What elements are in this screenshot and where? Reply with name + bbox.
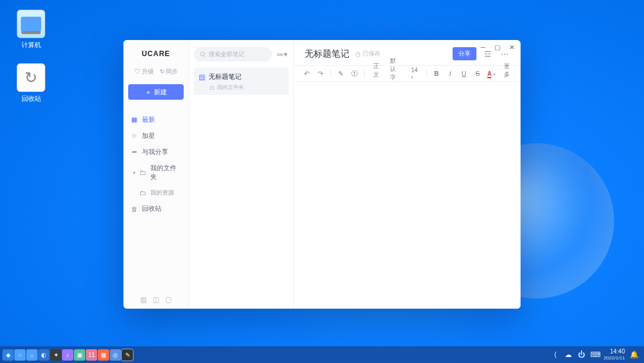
taskbar-clock[interactable]: 14:40 2022/1/11 xyxy=(603,348,625,361)
svg-point-0 xyxy=(200,52,204,56)
sync-link[interactable]: ↻ 同步 xyxy=(160,67,178,76)
chevron-down-icon: ▾ xyxy=(131,170,137,176)
folder-icon: 🗀 xyxy=(139,169,145,176)
underline-button[interactable]: U xyxy=(460,70,468,77)
desktop-icon-computer[interactable]: 计算机 xyxy=(12,10,50,50)
share-icon: ➦ xyxy=(131,148,138,156)
sidebar-item-label: 最新 xyxy=(142,115,155,124)
computer-icon xyxy=(17,10,45,38)
sidebar-item-label: 与我分享 xyxy=(142,147,168,156)
taskbar-app-notes-active[interactable]: ✎ xyxy=(122,349,133,361)
grid-icon: ▦ xyxy=(131,116,138,124)
taskbar-app-3[interactable]: ◐ xyxy=(38,349,49,361)
tray-keyboard-icon[interactable]: ⌨ xyxy=(590,350,599,359)
recycle-icon xyxy=(17,63,45,92)
tray-cloud-icon[interactable]: ☁ xyxy=(564,350,572,359)
folder-icon: 🗀 xyxy=(209,85,215,91)
note-list-item[interactable]: ▤ 无标题笔记 🗀 我的文件夹 xyxy=(194,67,289,95)
search-placeholder: 搜索全部笔记 xyxy=(209,50,244,59)
save-status: ◷ 已保存 xyxy=(355,50,380,58)
note-folder-label: 我的文件夹 xyxy=(217,84,244,91)
upgrade-link[interactable]: ♡ 升级 xyxy=(134,67,154,76)
layout-toggle-1[interactable]: ▥ xyxy=(140,296,147,304)
window-minimize-button[interactable]: ─ xyxy=(479,44,487,52)
search-icon xyxy=(200,51,206,58)
editor-toolbar: ↶ ↷ ✎ ⓣ 正文 默认字体 14 B I U S A ▾ 更多 xyxy=(294,65,521,82)
note-title: 无标题笔记 xyxy=(209,72,242,81)
sidebar-item-starred[interactable]: ☆ 加星 xyxy=(128,128,184,144)
document-icon: ▤ xyxy=(199,73,205,81)
tray-notifications-icon[interactable]: 🔔 xyxy=(630,350,638,359)
page-title[interactable]: 无标题笔记 xyxy=(305,48,349,60)
clear-format-icon[interactable]: ⓣ xyxy=(350,69,358,78)
undo-icon[interactable]: ↶ xyxy=(302,70,311,78)
folder-icon: 🗀 xyxy=(139,189,146,196)
taskbar-app-8[interactable]: ▦ xyxy=(98,349,109,361)
editor-pane: 无标题笔记 ◷ 已保存 分享 ☲ ⋯ ↶ ↷ ✎ ⓣ 正文 默认字体 14 xyxy=(294,40,521,309)
desktop-icon-label: 计算机 xyxy=(12,41,50,50)
taskbar-app-2[interactable]: ⌂ xyxy=(26,349,38,361)
taskbar-app-1[interactable]: ○ xyxy=(14,349,26,361)
system-tray: ⟨ ☁ ⏻ ⌨ 14:40 2022/1/11 🔔 xyxy=(551,348,642,361)
sidebar-item-label: 我的文件夹 xyxy=(150,164,181,182)
taskbar-app-4[interactable]: ✦ xyxy=(50,349,61,361)
editor-body xyxy=(294,82,521,309)
window-maximize-button[interactable]: ▢ xyxy=(493,44,501,52)
tray-power-icon[interactable]: ⏻ xyxy=(577,350,586,359)
search-input[interactable]: 搜索全部笔记 xyxy=(194,47,272,61)
sidebar-item-myresource[interactable]: 🗀 我的资源 xyxy=(128,185,184,201)
font-color-button[interactable]: A ▾ xyxy=(487,70,496,77)
window-controls: ─ ▢ ✕ xyxy=(479,44,516,52)
star-icon: ☆ xyxy=(131,132,138,140)
sidebar: UCARE ♡ 升级 ↻ 同步 ＋ 新建 ▦ 最新 ☆ 加星 ➦ 与我分享 ▾ xyxy=(123,40,189,309)
tray-chevron-icon[interactable]: ⟨ xyxy=(551,350,559,359)
redo-icon[interactable]: ↷ xyxy=(316,70,324,78)
editor-textarea[interactable] xyxy=(294,82,521,309)
start-menu-button[interactable]: ◆ xyxy=(2,349,14,361)
italic-button[interactable]: I xyxy=(446,70,454,77)
desktop-icon-label: 回收站 xyxy=(12,94,50,103)
sidebar-item-label: 加星 xyxy=(142,131,155,140)
font-size-select[interactable]: 14 xyxy=(408,67,420,80)
sidebar-item-recent[interactable]: ▦ 最新 xyxy=(128,112,184,128)
note-list-pane: 搜索全部笔记 ≔▾ ▤ 无标题笔记 🗀 我的文件夹 xyxy=(189,40,294,309)
clock-date: 2022/1/11 xyxy=(603,355,625,361)
taskbar-app-6[interactable]: ▣ xyxy=(74,349,85,361)
sidebar-item-label: 我的资源 xyxy=(150,189,174,197)
new-note-label: 新建 xyxy=(154,88,167,97)
taskbar-app-9[interactable]: ◎ xyxy=(110,349,121,361)
format-paint-icon[interactable]: ✎ xyxy=(336,70,345,78)
desktop-icon-recycle[interactable]: 回收站 xyxy=(12,63,50,103)
sidebar-item-trash[interactable]: 🗑 回收站 xyxy=(128,201,184,217)
svg-line-1 xyxy=(204,55,205,56)
sidebar-item-label: 回收站 xyxy=(142,204,162,213)
clock-icon: ◷ xyxy=(355,51,361,57)
bold-button[interactable]: B xyxy=(432,70,441,77)
notes-app-window: ─ ▢ ✕ UCARE ♡ 升级 ↻ 同步 ＋ 新建 ▦ 最新 ☆ 加星 ➦ 与… xyxy=(123,40,521,309)
taskbar: ◆ ○ ⌂ ◐ ✦ ♪ ▣ 11 ▦ ◎ ✎ ⟨ ☁ ⏻ ⌨ 14:40 202… xyxy=(0,346,644,363)
sidebar-item-shared[interactable]: ➦ 与我分享 xyxy=(128,144,184,160)
window-close-button[interactable]: ✕ xyxy=(507,44,516,52)
strikethrough-button[interactable]: S xyxy=(473,70,482,77)
sync-label: 同步 xyxy=(166,68,178,75)
share-button[interactable]: 分享 xyxy=(453,47,476,60)
save-status-text: 已保存 xyxy=(363,50,380,58)
layout-toggle-2[interactable]: ◫ xyxy=(153,296,159,304)
layout-toggle-3[interactable]: ▢ xyxy=(165,296,172,304)
new-note-button[interactable]: ＋ 新建 xyxy=(128,84,184,100)
plus-icon: ＋ xyxy=(145,88,151,97)
view-mode-toggle[interactable]: ≔▾ xyxy=(275,48,289,61)
app-logo: UCARE xyxy=(128,50,184,58)
sidebar-item-myfolder[interactable]: ▾ 🗀 我的文件夹 xyxy=(128,160,184,185)
upgrade-label: 升级 xyxy=(142,68,154,75)
trash-icon: 🗑 xyxy=(131,205,138,213)
taskbar-app-7[interactable]: 11 xyxy=(86,349,97,361)
clock-time: 14:40 xyxy=(610,348,625,355)
taskbar-app-5[interactable]: ♪ xyxy=(62,349,73,361)
